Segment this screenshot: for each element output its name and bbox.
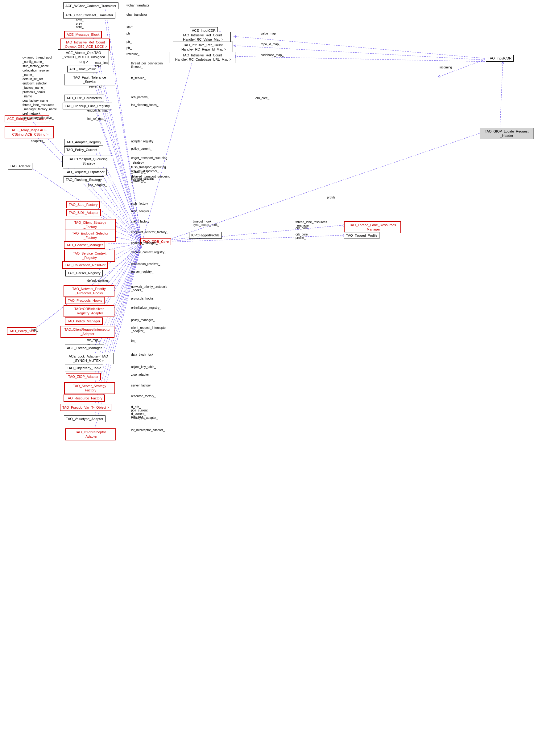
node-icp-tagged-profile[interactable]: ICP::TaggedProfile <box>189 232 222 239</box>
node-tao-intrusive-ref-count-rc-codebase-url-map[interactable]: TAO_Intrusive_Ref_Count_Handle< RC_Codeb… <box>169 52 235 63</box>
label-char-translator: char_translator_ <box>127 13 149 16</box>
label-poa-adapter: poa_adapter_ <box>88 183 107 187</box>
node-tao-endpoint-selector-factory[interactable]: TAO_Endpoint_Selector_Factory <box>65 230 116 242</box>
node-tao-flushing-strategy[interactable]: TAO_Flushing_Strategy <box>64 176 104 183</box>
label-start: start_ <box>127 25 134 29</box>
node-tao-client-strategy-factory[interactable]: TAO_Client_Strategy_Factory <box>65 219 116 231</box>
diagram-container: ACE_WChar_Codeset_Translator ACE_Char_Co… <box>0 0 538 756</box>
node-tao-service-context-registry[interactable]: TAO_Service_Context_Registry <box>64 250 115 262</box>
node-tao-server-strategy-factory[interactable]: TAO_Server_Strategy_Factory <box>64 382 115 394</box>
label-resource-factory: resource_factory_ <box>131 395 156 398</box>
label-endpoints-map: endpoints_map_ <box>87 109 110 112</box>
label-adapters: adapters_ <box>31 139 44 143</box>
node-tao-bidir-adapter[interactable]: TAO_BiDir_Adapter <box>66 209 101 216</box>
label-next-prev-cont: next_prev_cont_ <box>76 19 83 29</box>
node-label: TAO_Intrusive_Ref_Count_Handle< RC_Value… <box>181 33 223 41</box>
node-tao-cleanup-func-registry[interactable]: TAO_Cleanup_Func_Registry <box>63 103 112 110</box>
node-label: TAO_Fault_Tolerance_Service <box>73 75 106 83</box>
node-label: TAO_Flushing_Strategy <box>66 178 102 181</box>
label-orb-core: orb_core_ <box>255 96 269 100</box>
node-label: TAO_ZIOP_Adapter <box>68 375 98 378</box>
node-label: ACE_Thread_Manager <box>67 346 102 350</box>
node-ace-wchar-codeset-translator[interactable]: ACE_WChar_Codeset_Translator <box>63 2 119 9</box>
node-label: TAO_Cleanup_Func_Registry <box>65 104 110 108</box>
label-endpoint-selector-factory: endpoint_selector_factory_ <box>131 230 168 234</box>
node-tao-giop-locate-request-header[interactable]: TAO_GIOP_Locate_Request_Header <box>480 128 534 139</box>
node-tao-ior-interceptor-adapter[interactable]: TAO_IORInterceptor_Adapter <box>65 428 116 441</box>
label-service-context-registry: service_context_registry_ <box>131 251 166 254</box>
svg-line-47 <box>157 235 346 243</box>
label-adapter-registry: adapter_registry_ <box>131 140 155 143</box>
node-label: TAO_BiDir_Adapter <box>69 211 98 214</box>
node-label: TAO_Codeset_Manager <box>66 243 103 247</box>
label-object-key-table: object_key_table_ <box>131 365 156 369</box>
label-thr-mgr: thr_mgr_... <box>87 338 100 345</box>
node-tao-valuetype-adapter[interactable]: TAO_Valuetype_Adapter <box>64 415 105 422</box>
node-tao-adapter-registry[interactable]: TAO_Adapter_Registry <box>64 139 103 145</box>
label-tm: tm_ <box>131 339 136 342</box>
node-label: ACE_Array_Map< ACE_CString, ACE_CString … <box>10 128 48 136</box>
label-orb-core-profile: orb_core_profile_ <box>296 233 309 239</box>
label-network-priority: network_priority_protocols_hooks_ <box>131 285 167 292</box>
node-ace-thread-manager[interactable]: ACE_Thread_Manager <box>65 345 104 351</box>
label-profile: profile_ <box>327 196 337 199</box>
label-ptr3: ptr_ <box>127 46 132 50</box>
node-tao-stub-factory[interactable]: TAO_Stub_Factory <box>66 201 100 208</box>
node-tao-orb-parameters[interactable]: TAO_ORB_Parameters <box>64 95 104 101</box>
label-init-ref-map: init_ref_map_ <box>87 117 106 120</box>
label-value-map: value_map_ <box>261 32 277 35</box>
label-parser-registry: parser_registry_ <box>131 270 153 273</box>
node-label: TAO_Adapter_Registry <box>66 140 101 144</box>
label-tss-cleanup: tss_cleanup_funcs_ <box>131 103 158 107</box>
node-tao-parser-registry[interactable]: TAO_Parser_Registry <box>65 270 103 276</box>
svg-line-0 <box>105 6 142 243</box>
node-tao-collocation-resolver[interactable]: TAO_Collocation_Resolver <box>62 261 108 269</box>
label-incoming: incoming_ <box>440 66 454 69</box>
node-ace-char-codeset-translator[interactable]: ACE_Char_Codeset_Translator <box>63 12 115 19</box>
node-label: TAO_Protocols_Hooks <box>68 299 102 302</box>
node-ace-message-block[interactable]: ACE_Message_Block <box>64 31 102 38</box>
label-timeout-hook: timeout_hook_syns_scope_hook_ <box>193 220 219 226</box>
label-repo-id-map: repo_id_map_ <box>261 42 280 46</box>
label-client-request-interceptor-adapter: client_request_interceptor_adapter_ <box>131 326 167 333</box>
node-tao-pseudo-var[interactable]: TAO_Pseudo_Var_T< Object > <box>60 404 111 411</box>
node-tao-protocols-hooks[interactable]: TAO_Protocols_Hooks <box>65 297 105 304</box>
node-ace-time-value[interactable]: ACE_Time_Value <box>67 66 98 72</box>
node-tao-intrusive-ref-count-obj[interactable]: TAO_Intrusive_Ref_Count_Object< OBJ_ACE_… <box>61 38 110 51</box>
label-default-policies: default_policies_ <box>87 279 110 282</box>
node-tao-tagged-profile[interactable]: TAO_Tagged_Profile <box>344 232 379 239</box>
node-label: ACE_Char_Codeset_Translator <box>65 13 113 17</box>
node-tao-client-request-interceptor-adapter[interactable]: TAO::ClientRequestInterceptor_Adapter <box>61 326 114 338</box>
label-refcount: refcount_ <box>127 52 139 56</box>
label-data-block-lock: data_block_lock_ <box>131 353 155 356</box>
node-label: TAO_ObjectKey_Table <box>67 366 101 370</box>
node-tao-objectkey-table[interactable]: TAO_ObjectKey_Table <box>65 364 103 371</box>
node-label: TAO_Intrusive_Ref_Count_Object< OBJ_ACE_… <box>63 40 107 48</box>
node-tao-intrusive-ref-count-rc-repo-id-map[interactable]: TAO_Intrusive_Ref_Count_Handle< RC_Repo_… <box>173 42 233 53</box>
node-tao-policy-manager[interactable]: TAO_Policy_Manager <box>65 317 103 325</box>
label-thread-lane-resources-manager: thread_lane_resources_manager_ <box>296 220 327 227</box>
node-tao-transport-queueing-strategy[interactable]: TAO::Transport_Queueing_Strategy <box>62 156 113 167</box>
node-tao-policy-current[interactable]: TAO_Policy_Current <box>64 146 99 153</box>
label-server-factory: server_factory_ <box>131 384 152 387</box>
node-label: TAO_Parser_Registry <box>68 271 101 275</box>
label-policy-current: policy_current_ <box>131 147 152 150</box>
node-ace-lock-adapter[interactable]: ACE_Lock_Adapter< TAO_SYNCH_MUTEX > <box>63 353 114 364</box>
node-tao-thread-lane-resources-manager[interactable]: TAO_Thread_Lane_Resources_Manager <box>344 221 401 233</box>
node-label: TAO_Thread_Lane_Resources_Manager <box>349 223 396 231</box>
node-tao-orbinitializer-registry-adapter[interactable]: TAO::ORBInitializer_Registry_Adapter <box>64 305 114 317</box>
node-tao-adapter[interactable]: TAO_Adapter <box>8 163 32 169</box>
node-tao-resource-factory[interactable]: TAO_Resource_Factory <box>64 395 105 402</box>
label-policy-manager: policy_manager_ <box>131 318 155 322</box>
node-tao-request-dispatcher[interactable]: TAO_Request_Dispatcher <box>63 168 107 175</box>
node-tao-inputcdr[interactable]: TAO_InputCDR <box>486 55 513 62</box>
label-orbinitializer-registry: orbinitializer_registry_ <box>131 306 161 309</box>
node-tao-fault-tolerance-service[interactable]: TAO_Fault_Tolerance_Service <box>64 74 115 85</box>
label-ft-service: ft_service_ <box>131 76 146 80</box>
node-label: TAO::ClientRequestInterceptor_Adapter <box>65 328 111 336</box>
node-tao-ziop-adapter[interactable]: TAO_ZIOP_Adapter <box>66 373 101 380</box>
node-tao-network-priority-protocols-hooks[interactable]: TAO_Network_Priority_Protocols_Hooks <box>64 285 114 297</box>
label-codebase-map: codebase_map_ <box>261 53 284 57</box>
node-tao-codeset-manager[interactable]: TAO_Codeset_Manager <box>64 241 105 249</box>
node-ace-array-map[interactable]: ACE_Array_Map< ACE_CString, ACE_CString … <box>5 126 54 138</box>
